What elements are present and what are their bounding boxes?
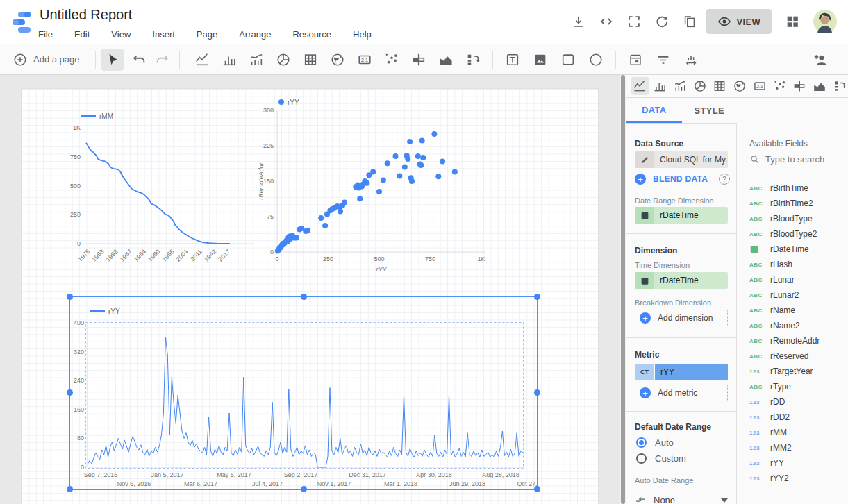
add-page-button[interactable]: Add a page: [0, 52, 90, 67]
edit-data-source-icon[interactable]: [635, 151, 654, 168]
menu-edit[interactable]: Edit: [71, 28, 93, 41]
field-item-rBloodType2[interactable]: ABCrBloodType2: [737, 226, 848, 242]
copy-report-button[interactable]: [679, 10, 701, 33]
refresh-button[interactable]: [651, 10, 673, 33]
field-item-rYY[interactable]: 123rYY: [737, 455, 848, 471]
scatter-chart-rYY[interactable]: rYYrRemoteAddr30022515075002505007501KrY…: [256, 93, 492, 275]
fullscreen-button[interactable]: [623, 10, 645, 33]
resize-handle-s[interactable]: [301, 486, 307, 492]
field-item-rHash[interactable]: ABCrHash: [737, 257, 848, 272]
field-item-rLunar[interactable]: ABCrLunar: [737, 272, 848, 287]
insert-geo-map-button[interactable]: [326, 49, 349, 71]
redo-button[interactable]: [151, 49, 174, 71]
menu-file[interactable]: File: [35, 28, 56, 41]
insert-bullet-chart-button[interactable]: [408, 49, 430, 71]
share-add-person-button[interactable]: [809, 49, 831, 71]
canvas-scrollbar[interactable]: [620, 75, 626, 504]
field-item-rDD[interactable]: 123rDD: [737, 394, 848, 410]
line-chart-rMM[interactable]: rMM1K75050025001975198319921967196419601…: [53, 98, 261, 271]
date-range-auto-radio[interactable]: Auto: [636, 437, 674, 448]
field-item-rRemoteAddr[interactable]: ABCrRemoteAddr: [737, 333, 848, 348]
add-metric-button[interactable]: + Add metric: [635, 385, 728, 401]
insert-combo-chart-button[interactable]: [245, 49, 267, 71]
insert-area-chart-button[interactable]: [435, 49, 457, 71]
field-search[interactable]: [749, 154, 838, 169]
chart-type-combo[interactable]: [670, 77, 689, 95]
menu-resource[interactable]: Resource: [289, 28, 335, 41]
field-item-rTargetYear[interactable]: 123rTargetYear: [737, 364, 848, 379]
field-item-rBirthTime2[interactable]: ABCrBirthTime2: [737, 196, 848, 211]
resize-handle-n[interactable]: [301, 294, 307, 300]
tab-data[interactable]: DATA: [626, 98, 682, 124]
insert-table-button[interactable]: [299, 49, 322, 71]
field-item-rName[interactable]: ABCrName: [737, 303, 848, 318]
insert-data-control-button[interactable]: [680, 49, 702, 71]
view-button[interactable]: VIEW: [706, 9, 772, 34]
resize-handle-ne[interactable]: [534, 294, 540, 300]
chart-type-scorecard[interactable]: [750, 77, 769, 95]
insert-image-button[interactable]: [529, 49, 551, 71]
insert-circle-button[interactable]: [585, 49, 607, 71]
undo-button[interactable]: [128, 49, 150, 71]
resize-handle-sw[interactable]: [67, 486, 73, 492]
resize-handle-e[interactable]: [534, 389, 540, 396]
chart-type-time-series[interactable]: [631, 77, 649, 95]
field-item-rBloodType[interactable]: ABCrBloodType: [737, 211, 848, 226]
metric-chip-rYY[interactable]: CT rYY: [635, 364, 728, 380]
time-series-chart-rYY-selected[interactable]: rYY400320240160800Sep 7, 2016Jan 5, 2017…: [69, 296, 538, 490]
add-dimension-button[interactable]: + Add dimension: [635, 310, 728, 326]
report-title[interactable]: Untitled Report: [40, 7, 132, 23]
field-item-rName2[interactable]: ABCrName2: [737, 318, 848, 333]
insert-rectangle-button[interactable]: [557, 49, 579, 71]
chart-type-bar[interactable]: [651, 77, 670, 95]
embed-code-button[interactable]: [595, 10, 617, 33]
chart-type-pie[interactable]: [690, 77, 709, 95]
date-range-dimension-chip[interactable]: rDateTime: [635, 207, 728, 224]
report-canvas[interactable]: rMM1K75050025001975198319921967196419601…: [0, 75, 620, 504]
help-icon[interactable]: ?: [719, 174, 730, 185]
insert-time-series-button[interactable]: [191, 49, 213, 71]
select-tool-button[interactable]: [101, 49, 124, 71]
tab-style[interactable]: STYLE: [682, 98, 738, 124]
field-item-rBirthTime[interactable]: ABCrBirthTime: [737, 180, 848, 196]
field-item-rDateTime[interactable]: rDateTime: [737, 242, 848, 257]
aggregation-badge[interactable]: CT: [635, 364, 654, 380]
field-item-rReserved[interactable]: ABCrReserved: [737, 348, 848, 364]
chart-type-geo[interactable]: [731, 77, 749, 95]
insert-pie-chart-button[interactable]: [272, 49, 294, 71]
date-range-custom-radio[interactable]: Custom: [636, 453, 686, 464]
menu-view[interactable]: View: [108, 28, 134, 41]
insert-bar-chart-button[interactable]: [218, 49, 240, 71]
avatar[interactable]: [813, 10, 837, 33]
field-item-rMM2[interactable]: 123rMM2: [737, 440, 848, 455]
data-source-chip[interactable]: Cloud SQL for My...: [635, 151, 728, 168]
insert-pivot-table-button[interactable]: [462, 49, 484, 71]
blend-data-button[interactable]: + BLEND DATA: [635, 174, 708, 185]
field-item-rYY2[interactable]: 123rYY2: [737, 471, 848, 486]
insert-date-range-button[interactable]: [624, 49, 647, 71]
menu-help[interactable]: Help: [349, 28, 375, 41]
menu-insert[interactable]: Insert: [149, 28, 178, 41]
report-page[interactable]: rMM1K75050025001975198319921967196419601…: [21, 88, 599, 504]
download-button[interactable]: [567, 10, 590, 33]
field-item-rType[interactable]: ABCrType: [737, 379, 848, 394]
menu-page[interactable]: Page: [193, 28, 221, 41]
chart-type-pivot[interactable]: [830, 77, 848, 95]
field-search-input[interactable]: [765, 154, 835, 165]
field-item-rDD2[interactable]: 123rDD2: [737, 410, 848, 425]
chart-type-area[interactable]: [810, 77, 829, 95]
chart-type-bullet[interactable]: [790, 77, 809, 95]
scrollbar-thumb[interactable]: [621, 75, 625, 504]
insert-scatter-chart-button[interactable]: [381, 49, 403, 71]
time-dimension-chip[interactable]: rDateTime: [635, 272, 728, 289]
resize-handle-se[interactable]: [534, 486, 540, 492]
resize-handle-nw[interactable]: [67, 294, 73, 300]
chart-type-scatter[interactable]: [770, 77, 789, 95]
chart-type-table[interactable]: [710, 77, 729, 95]
insert-text-button[interactable]: [501, 49, 524, 71]
auto-date-range-select[interactable]: None: [635, 494, 728, 504]
resize-handle-w[interactable]: [67, 389, 73, 396]
apps-grid-icon[interactable]: [781, 10, 804, 33]
insert-filter-control-button[interactable]: [652, 49, 674, 71]
insert-scorecard-button[interactable]: [354, 49, 376, 71]
